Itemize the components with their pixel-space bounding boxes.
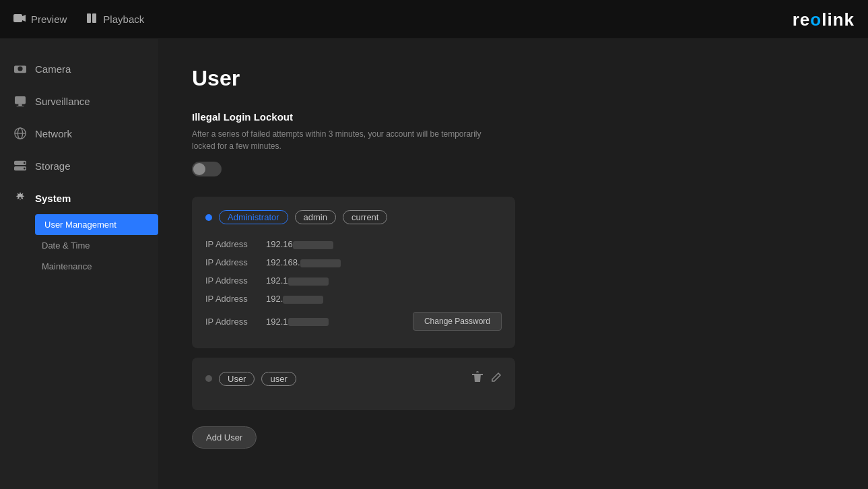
sidebar-label-storage: Storage	[35, 160, 71, 172]
ip-row-3: IP Address 192.1	[205, 271, 502, 290]
svg-rect-6	[17, 106, 24, 106]
svg-rect-2	[87, 13, 91, 23]
user-card-actions	[472, 371, 502, 386]
change-password-button[interactable]: Change Password	[413, 312, 502, 331]
svg-rect-3	[92, 13, 96, 23]
ip-row-2: IP Address 192.168.	[205, 253, 502, 271]
add-user-button[interactable]: Add User	[192, 426, 257, 449]
user-name-badge: user	[261, 372, 296, 386]
user-card-header: User user	[205, 371, 502, 386]
main-layout: Camera Surveillance Network Storage Syst…	[0, 39, 868, 489]
sidebar: Camera Surveillance Network Storage Syst…	[0, 39, 158, 489]
svg-rect-4	[15, 96, 26, 104]
ip-row-5: IP Address 192.1 Change Password	[205, 308, 502, 335]
lockout-description: After a series of failed attempts within…	[192, 128, 495, 152]
camera-icon	[13, 62, 27, 75]
network-icon	[13, 127, 27, 140]
header: Preview Playback reolink	[0, 0, 868, 39]
sidebar-item-user-management[interactable]: User Management	[35, 214, 158, 235]
ip-label-1: IP Address	[205, 239, 259, 249]
user-card: User user	[192, 358, 515, 410]
sidebar-label-network: Network	[35, 128, 72, 139]
surveillance-icon	[13, 94, 27, 108]
ip-value-4: 192.	[266, 294, 323, 304]
admin-user-card: Administrator admin current IP Address 1…	[192, 197, 515, 348]
sidebar-item-surveillance[interactable]: Surveillance	[0, 85, 158, 117]
sidebar-item-camera[interactable]: Camera	[0, 53, 158, 85]
toggle-knob	[193, 163, 205, 175]
nav-playback[interactable]: Playback	[87, 13, 144, 25]
ip-label-4: IP Address	[205, 294, 259, 304]
delete-user-icon[interactable]	[472, 371, 483, 386]
sidebar-subnav: User Management Date & Time Maintenance	[0, 214, 158, 277]
lockout-toggle-container	[192, 162, 834, 176]
system-icon	[13, 191, 27, 205]
user-role-badge: User	[219, 372, 255, 386]
lockout-toggle[interactable]	[192, 162, 222, 176]
nav-playback-label: Playback	[103, 13, 144, 25]
svg-rect-0	[13, 14, 22, 22]
sidebar-label-surveillance: Surveillance	[35, 96, 90, 107]
header-nav: Preview Playback	[13, 13, 793, 25]
ip-label-5: IP Address	[205, 317, 259, 327]
lockout-title: Illegal Login Lockout	[192, 111, 834, 123]
sidebar-item-system[interactable]: System	[0, 182, 158, 214]
sidebar-item-storage[interactable]: Storage	[0, 150, 158, 182]
playback-icon	[87, 13, 98, 25]
admin-name-badge: admin	[295, 210, 336, 224]
admin-status-badge: current	[343, 210, 387, 224]
ip-label-3: IP Address	[205, 275, 259, 286]
sidebar-label-system: System	[35, 193, 71, 204]
admin-status-dot	[205, 214, 212, 221]
ip-value-1: 192.16	[266, 239, 333, 249]
content-area: User Illegal Login Lockout After a serie…	[158, 39, 868, 489]
ip-label-2: IP Address	[205, 257, 259, 267]
ip-value-2: 192.168.	[266, 257, 341, 267]
ip-row-4: IP Address 192.	[205, 290, 502, 308]
preview-icon	[13, 13, 26, 25]
sidebar-item-network[interactable]: Network	[0, 117, 158, 150]
nav-preview-label: Preview	[31, 13, 67, 25]
ip-value-3: 192.1	[266, 275, 329, 286]
svg-rect-5	[18, 104, 22, 106]
admin-card-header: Administrator admin current	[205, 210, 502, 224]
sidebar-item-maintenance[interactable]: Maintenance	[35, 256, 158, 277]
nav-preview[interactable]: Preview	[13, 13, 67, 25]
svg-point-12	[24, 162, 26, 164]
storage-icon	[13, 159, 27, 172]
logo: reolink	[793, 9, 855, 30]
user-status-dot	[205, 375, 212, 382]
admin-role-badge: Administrator	[219, 210, 288, 224]
svg-point-13	[24, 168, 26, 170]
ip-value-5: 192.1	[266, 317, 329, 327]
ip-row-1: IP Address 192.16	[205, 235, 502, 253]
page-title: User	[192, 66, 834, 91]
svg-marker-1	[22, 15, 26, 22]
sidebar-item-date-time[interactable]: Date & Time	[35, 235, 158, 256]
edit-user-icon[interactable]	[491, 372, 502, 385]
sidebar-label-camera: Camera	[35, 63, 71, 75]
